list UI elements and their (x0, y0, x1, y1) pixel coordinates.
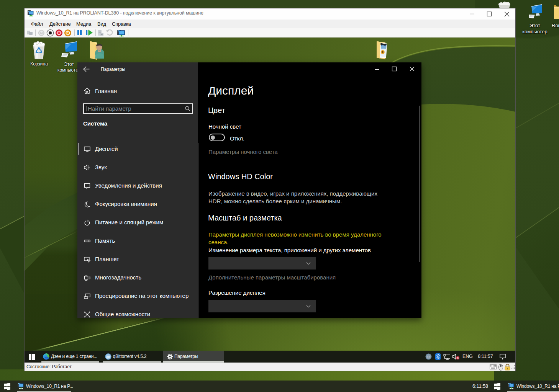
svg-text:qb: qb (106, 355, 110, 359)
svg-text:qb: qb (427, 355, 431, 359)
